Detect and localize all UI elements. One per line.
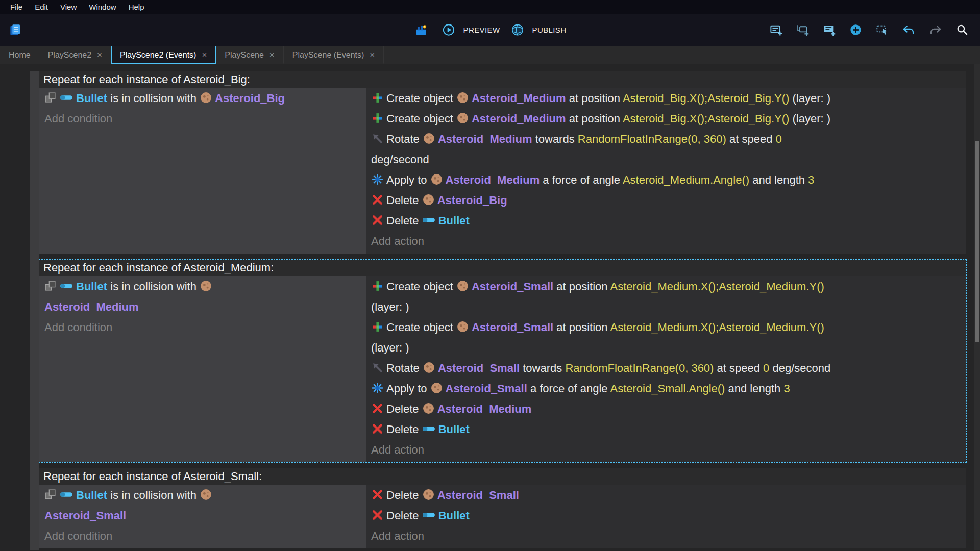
select-event-button[interactable]: [874, 20, 893, 40]
sentence-text: is in collision with: [107, 489, 200, 502]
add-event-button[interactable]: [768, 20, 787, 40]
menu-item-view[interactable]: View: [54, 0, 83, 14]
create-icon: [371, 279, 384, 291]
object-name: Bullet: [76, 92, 107, 105]
action-row[interactable]: Create object Asteroid_Medium at positio…: [371, 109, 961, 129]
object-name: Asteroid_Small: [44, 509, 126, 522]
sentence-text: (layer: ): [371, 300, 409, 313]
add-action-button[interactable]: Add action: [371, 526, 961, 546]
tab-close-icon[interactable]: ×: [269, 51, 275, 59]
menu-item-help[interactable]: Help: [122, 0, 151, 14]
publish-button[interactable]: PUBLISH: [510, 21, 566, 39]
object-name: Asteroid_Big: [437, 194, 507, 207]
menu-item-file[interactable]: File: [4, 0, 29, 14]
tab-close-icon[interactable]: ×: [369, 51, 375, 59]
bullet-icon: [422, 421, 436, 434]
action-row[interactable]: Rotate Asteroid_Small towards RandomFloa…: [371, 358, 961, 379]
rotate-icon: [371, 360, 384, 373]
action-row[interactable]: Delete Bullet: [371, 506, 961, 526]
condition-row[interactable]: Bullet is in collision with Asteroid_Sma…: [44, 485, 361, 526]
condition-row[interactable]: Bullet is in collision with Asteroid_Big: [44, 88, 361, 109]
action-row[interactable]: Delete Bullet: [371, 211, 961, 231]
expression-parameter: Asteroid_Big.X();Asteroid_Big.Y(): [623, 112, 789, 125]
event-header[interactable]: Repeat for each instance of Asteroid_Big…: [39, 71, 966, 88]
project-manager-button[interactable]: [7, 20, 27, 40]
action-row[interactable]: Rotate Asteroid_Medium towards RandomFlo…: [371, 129, 961, 170]
tab-label: Home: [9, 51, 31, 60]
menu-item-edit[interactable]: Edit: [29, 0, 54, 14]
expression-parameter: 0: [763, 362, 769, 374]
bullet-icon: [60, 487, 74, 500]
expression-parameter: Asteroid_Medium.X();Asteroid_Medium.Y(): [610, 321, 824, 334]
sentence-text: Delete: [386, 403, 422, 415]
sentence-text: is in collision with: [107, 280, 200, 293]
expression-parameter: 0: [776, 133, 782, 145]
toolbar: PREVIEWPUBLISH: [0, 14, 980, 46]
add-condition-button[interactable]: Add condition: [44, 317, 361, 338]
publish-label: PUBLISH: [532, 26, 566, 34]
event-header[interactable]: Repeat for each instance of Asteroid_Med…: [39, 260, 966, 276]
vertical-scrollbar[interactable]: [974, 64, 980, 550]
action-row[interactable]: Create object Asteroid_Small at position…: [371, 277, 961, 317]
condition-row[interactable]: Bullet is in collision with Asteroid_Med…: [44, 277, 361, 317]
create-icon: [371, 319, 384, 332]
conditions-column: Bullet is in collision with Asteroid_Med…: [39, 276, 366, 462]
build-button[interactable]: [414, 21, 431, 39]
scrollbar-thumb[interactable]: [975, 141, 979, 342]
sentence-text: Apply to: [386, 382, 430, 395]
event-2[interactable]: Repeat for each instance of Asteroid_Med…: [39, 259, 967, 463]
actions-column: Create object Asteroid_Medium at positio…: [366, 88, 966, 254]
events-sheet: Repeat for each instance of Asteroid_Big…: [0, 64, 980, 550]
tab-playscene2[interactable]: PlayScene2×: [39, 46, 111, 64]
action-row[interactable]: Create object Asteroid_Medium at positio…: [371, 88, 961, 109]
tab-close-icon[interactable]: ×: [96, 51, 103, 59]
sentence-text: and length: [725, 382, 783, 395]
tab-label: PlayScene: [225, 51, 264, 60]
sentence-text: (layer: ): [789, 112, 830, 125]
bullet-icon: [422, 213, 436, 226]
add-circle-button[interactable]: [847, 20, 867, 40]
delete-icon: [371, 508, 384, 520]
tab-playscene-events[interactable]: PlayScene (Events)×: [284, 46, 384, 64]
redo-button[interactable]: [927, 20, 946, 40]
delete-icon: [371, 192, 384, 205]
tab-label: PlayScene2 (Events): [120, 51, 196, 60]
add-comment-button[interactable]: [821, 20, 840, 40]
actions-column: Delete Asteroid_SmallDelete BulletAdd ac…: [366, 485, 966, 548]
action-row[interactable]: Delete Asteroid_Big: [371, 190, 961, 211]
action-row[interactable]: Delete Asteroid_Medium: [371, 399, 961, 419]
action-row[interactable]: Create object Asteroid_Small at position…: [371, 317, 961, 358]
add-condition-button[interactable]: Add condition: [44, 526, 361, 546]
add-subevent-button[interactable]: [794, 20, 814, 40]
collision-icon: [44, 279, 57, 291]
add-action-button[interactable]: Add action: [371, 440, 961, 460]
add-action-button[interactable]: Add action: [371, 231, 961, 252]
expression-parameter: RandomFloatInRange(0, 360): [578, 133, 726, 145]
preview-button[interactable]: PREVIEW: [442, 21, 500, 39]
event-1[interactable]: Repeat for each instance of Asteroid_Big…: [39, 71, 967, 254]
add-condition-button[interactable]: Add condition: [44, 109, 361, 129]
action-row[interactable]: Delete Bullet: [371, 419, 961, 440]
action-row[interactable]: Apply to Asteroid_Medium a force of angl…: [371, 170, 961, 190]
action-row[interactable]: Delete Asteroid_Small: [371, 485, 961, 506]
event-3[interactable]: Repeat for each instance of Asteroid_Sma…: [39, 468, 967, 549]
sentence-text: towards: [520, 362, 565, 374]
object-name: Asteroid_Medium: [472, 92, 566, 105]
asteroid-icon: [430, 381, 443, 393]
undo-button[interactable]: [900, 20, 920, 40]
sentence-text: Delete: [386, 509, 422, 522]
asteroid-icon: [456, 279, 469, 291]
tab-close-icon[interactable]: ×: [201, 51, 207, 59]
tab-home[interactable]: Home: [0, 46, 39, 64]
delete-icon: [371, 401, 384, 414]
tab-playscene2-events[interactable]: PlayScene2 (Events)×: [111, 46, 216, 64]
tab-label: PlayScene2: [48, 51, 91, 60]
expression-parameter: 3: [783, 382, 790, 395]
menu-item-window[interactable]: Window: [83, 0, 122, 14]
event-header[interactable]: Repeat for each instance of Asteroid_Sma…: [39, 468, 966, 485]
sentence-text: at position: [566, 92, 623, 105]
tab-playscene[interactable]: PlayScene×: [216, 46, 283, 64]
search-button[interactable]: [953, 20, 973, 40]
action-row[interactable]: Apply to Asteroid_Small a force of angle…: [371, 379, 961, 399]
add-circle-icon: [849, 23, 862, 36]
